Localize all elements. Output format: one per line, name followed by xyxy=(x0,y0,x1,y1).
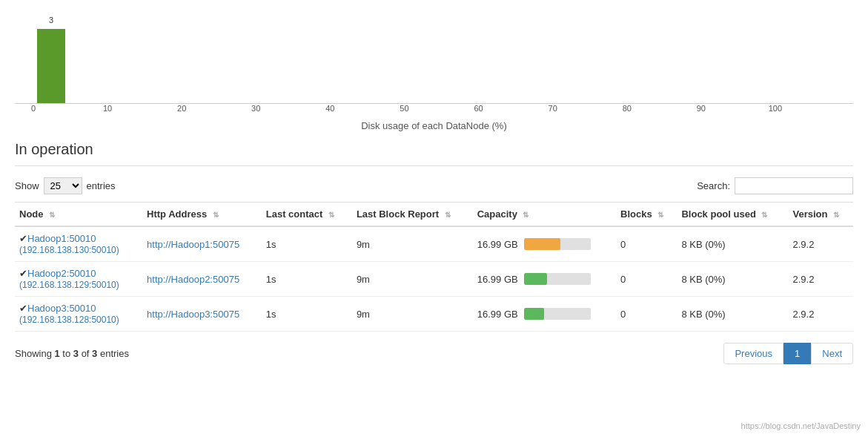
cell-pool-0: 8 KB (0%) xyxy=(677,226,788,262)
table-row: ✔Hadoop2:50010 (192.168.138.129:50010) h… xyxy=(15,262,853,297)
capacity-bar-0 xyxy=(524,238,591,250)
x-tick-5: 50 xyxy=(400,104,408,113)
node-ip-0[interactable]: (192.168.138.130:50010) xyxy=(19,245,119,255)
cell-node-0: ✔Hadoop1:50010 (192.168.138.130:50010) xyxy=(15,226,142,262)
cell-blocks-2: 0 xyxy=(616,297,677,332)
x-tick-6: 60 xyxy=(474,104,483,113)
cell-capacity-2: 16.99 GB xyxy=(473,297,616,332)
x-tick-9: 90 xyxy=(697,104,706,113)
cell-http-0: http://Hadoop1:50075 xyxy=(142,226,262,262)
bar-value-0: 3 xyxy=(49,16,53,24)
cell-block-report-1: 9m xyxy=(352,262,473,297)
cell-version-1: 2.9.2 xyxy=(789,262,854,297)
table-header-row: Node ⇅ Http Address ⇅ Last contact ⇅ Las… xyxy=(15,203,853,227)
showing-from: 1 xyxy=(54,348,59,359)
cell-capacity-1: 16.99 GB xyxy=(473,262,616,297)
showing-info: Showing 1 to 3 of 3 entries xyxy=(15,348,129,359)
section-title: In operation xyxy=(15,141,853,158)
x-tick-3: 30 xyxy=(251,104,260,113)
chart-title: Disk usage of each DataNode (%) xyxy=(15,120,853,131)
cell-capacity-0: 16.99 GB xyxy=(473,226,616,262)
disk-usage-chart: 3 0 10 20 30 40 50 60 70 80 90 100 Disk … xyxy=(15,7,853,126)
capacity-fill-0 xyxy=(524,238,561,250)
chart-bars: 3 xyxy=(15,7,853,104)
cell-contact-1: 1s xyxy=(262,262,352,297)
cell-node-2: ✔Hadoop3:50010 (192.168.138.128:50010) xyxy=(15,297,142,332)
cell-block-report-0: 9m xyxy=(352,226,473,262)
bar-group-0: 3 xyxy=(37,29,65,103)
divider xyxy=(15,165,853,166)
node-ip-1[interactable]: (192.168.138.129:50010) xyxy=(19,280,119,290)
bar-0: 3 xyxy=(37,29,65,103)
node-name-2[interactable]: Hadoop3:50010 xyxy=(27,303,96,314)
check-icon-1: ✔ xyxy=(19,268,27,279)
cell-contact-0: 1s xyxy=(262,226,352,262)
http-link-2[interactable]: http://Hadoop3:50075 xyxy=(147,309,239,320)
capacity-value-0: 16.99 GB xyxy=(477,239,518,250)
capacity-value-1: 16.99 GB xyxy=(477,274,518,285)
showing-to: 3 xyxy=(73,348,79,359)
cell-http-1: http://Hadoop2:50075 xyxy=(142,262,262,297)
capacity-bar-1 xyxy=(524,273,591,285)
http-link-1[interactable]: http://Hadoop2:50075 xyxy=(147,274,239,285)
col-version[interactable]: Version ⇅ xyxy=(789,203,854,227)
sort-icon-blocks: ⇅ xyxy=(657,211,663,219)
x-tick-8: 80 xyxy=(623,104,632,113)
col-last-contact[interactable]: Last contact ⇅ xyxy=(262,203,352,227)
capacity-fill-2 xyxy=(524,308,544,320)
table-row: ✔Hadoop1:50010 (192.168.138.130:50010) h… xyxy=(15,226,853,262)
sort-icon-http: ⇅ xyxy=(213,211,219,219)
showing-total: 3 xyxy=(92,348,97,359)
capacity-value-2: 16.99 GB xyxy=(477,309,518,320)
pagination-area: Showing 1 to 3 of 3 entries Previous 1 N… xyxy=(15,343,853,364)
x-tick-0: 0 xyxy=(31,104,36,113)
node-ip-2[interactable]: (192.168.138.128:50010) xyxy=(19,315,119,325)
table-body: ✔Hadoop1:50010 (192.168.138.130:50010) h… xyxy=(15,226,853,332)
col-node[interactable]: Node ⇅ xyxy=(15,203,142,227)
search-label: Search: xyxy=(697,180,730,191)
col-last-block[interactable]: Last Block Report ⇅ xyxy=(352,203,473,227)
sort-icon-pool: ⇅ xyxy=(761,211,767,219)
cell-contact-2: 1s xyxy=(262,297,352,332)
entries-label: entries xyxy=(87,180,116,191)
cell-pool-1: 8 KB (0%) xyxy=(677,262,788,297)
col-block-pool[interactable]: Block pool used ⇅ xyxy=(677,203,788,227)
previous-button[interactable]: Previous xyxy=(723,343,783,364)
capacity-fill-1 xyxy=(524,273,548,285)
cell-block-report-2: 9m xyxy=(352,297,473,332)
search-box: Search: xyxy=(697,177,853,194)
node-name-0[interactable]: Hadoop1:50010 xyxy=(27,233,96,244)
show-label: Show xyxy=(15,180,39,191)
cell-version-0: 2.9.2 xyxy=(789,226,854,262)
col-blocks[interactable]: Blocks ⇅ xyxy=(616,203,677,227)
next-button[interactable]: Next xyxy=(811,343,853,364)
cell-node-1: ✔Hadoop2:50010 (192.168.138.129:50010) xyxy=(15,262,142,297)
cell-blocks-0: 0 xyxy=(616,226,677,262)
search-input[interactable] xyxy=(735,177,853,194)
http-link-0[interactable]: http://Hadoop1:50075 xyxy=(147,239,239,250)
x-tick-10: 100 xyxy=(769,104,782,113)
sort-icon-capacity: ⇅ xyxy=(523,211,529,219)
table-row: ✔Hadoop3:50010 (192.168.138.128:50010) h… xyxy=(15,297,853,332)
sort-icon-node: ⇅ xyxy=(49,211,55,219)
show-entries-group: Show 25 10 50 100 entries xyxy=(15,177,116,194)
cell-http-2: http://Hadoop3:50075 xyxy=(142,297,262,332)
x-tick-1: 10 xyxy=(103,104,112,113)
col-http[interactable]: Http Address ⇅ xyxy=(142,203,262,227)
x-tick-7: 70 xyxy=(549,104,557,113)
cell-blocks-1: 0 xyxy=(616,262,677,297)
x-axis: 0 10 20 30 40 50 60 70 80 90 100 xyxy=(33,104,849,119)
cell-pool-2: 8 KB (0%) xyxy=(677,297,788,332)
pagination-controls: Previous 1 Next xyxy=(723,343,853,364)
check-icon-0: ✔ xyxy=(19,233,27,244)
col-capacity[interactable]: Capacity ⇅ xyxy=(473,203,616,227)
entries-select[interactable]: 25 10 50 100 xyxy=(44,177,82,194)
node-name-1[interactable]: Hadoop2:50010 xyxy=(27,268,96,279)
page-1-button[interactable]: 1 xyxy=(783,343,811,364)
x-tick-2: 20 xyxy=(177,104,186,113)
table-controls: Show 25 10 50 100 entries Search: xyxy=(15,177,853,194)
sort-icon-block: ⇅ xyxy=(445,211,451,219)
cell-version-2: 2.9.2 xyxy=(789,297,854,332)
x-tick-4: 40 xyxy=(325,104,334,113)
check-icon-2: ✔ xyxy=(19,303,27,314)
